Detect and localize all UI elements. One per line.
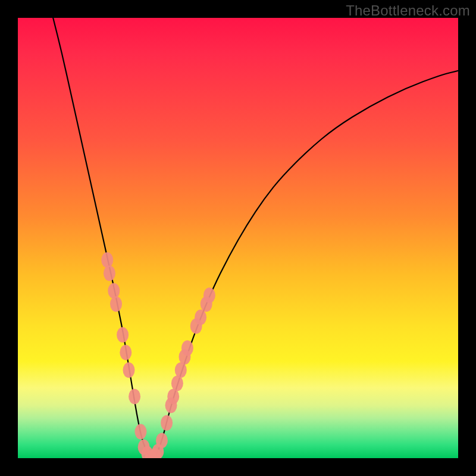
curve-svg <box>18 18 458 458</box>
plot-area <box>18 18 458 458</box>
marker-point <box>110 296 122 312</box>
watermark-text: TheBottleneck.com <box>346 2 470 19</box>
marker-point <box>175 362 187 378</box>
marker-point <box>171 375 183 391</box>
marker-point <box>195 309 206 325</box>
bottleneck-curve <box>53 18 458 458</box>
marker-point <box>101 252 113 268</box>
marker-point <box>167 389 179 404</box>
marker-point <box>104 265 115 281</box>
marker-point <box>203 287 215 303</box>
marker-point <box>181 340 193 356</box>
marker-point <box>108 283 120 299</box>
marker-point <box>123 362 134 378</box>
highlighted-points <box>101 252 215 458</box>
marker-point <box>120 345 131 360</box>
marker-point <box>129 389 140 404</box>
chart-container: TheBottleneck.com <box>0 0 476 476</box>
bottleneck-curve-path <box>53 18 458 458</box>
marker-point <box>117 327 129 343</box>
marker-point <box>161 415 173 431</box>
marker-point <box>134 424 146 440</box>
marker-point <box>156 433 168 448</box>
